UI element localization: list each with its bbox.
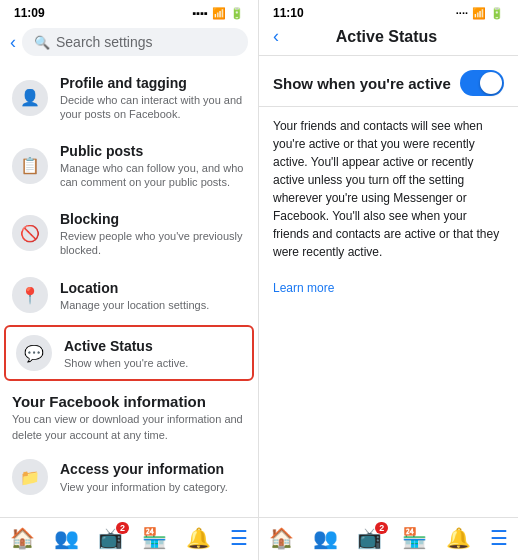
fb-info-section-title: Your Facebook information [0, 383, 258, 412]
settings-item-location[interactable]: 📍 Location Manage your location settings… [0, 267, 258, 323]
page-title: Active Status [287, 28, 486, 46]
wifi-icon-left: 📶 [212, 7, 226, 20]
time-left: 11:09 [14, 6, 45, 20]
nav-watch-right[interactable]: 📺 2 [357, 526, 382, 550]
blocking-desc: Review people who you've previously bloc… [60, 229, 246, 258]
time-right: 11:10 [273, 6, 304, 20]
nav-marketplace-right[interactable]: 🏪 [402, 526, 427, 550]
access-info-title: Access your information [60, 460, 246, 478]
search-icon: 🔍 [34, 35, 50, 50]
location-text: Location Manage your location settings. [60, 279, 246, 312]
public-posts-icon: 📋 [12, 148, 48, 184]
show-active-label: Show when you're active [273, 75, 451, 92]
search-label: Search settings [56, 34, 153, 50]
left-panel: 11:09 ▪▪▪▪ 📶 🔋 ‹ 🔍 Search settings 👤 Pro… [0, 0, 259, 560]
toggle-knob [480, 72, 502, 94]
status-bar-right: 11:10 ···· 📶 🔋 [259, 0, 518, 20]
settings-item-access-info[interactable]: 📁 Access your information View your info… [0, 449, 258, 505]
back-button-left[interactable]: ‹ [10, 32, 16, 53]
settings-item-public-posts[interactable]: 📋 Public posts Manage who can follow you… [0, 132, 258, 200]
nav-notifications-right[interactable]: 🔔 [446, 526, 471, 550]
location-desc: Manage your location settings. [60, 298, 246, 312]
show-active-section: Show when you're active [259, 56, 518, 107]
blocking-icon: 🚫 [12, 215, 48, 251]
nav-friends-left[interactable]: 👥 [54, 526, 79, 550]
battery-icon-left: 🔋 [230, 7, 244, 20]
right-panel: 11:10 ···· 📶 🔋 ‹ Active Status Show when… [259, 0, 518, 560]
active-status-text: Active Status Show when you're active. [64, 337, 242, 370]
signal-dots-right: ···· [456, 7, 468, 19]
blocking-title: Blocking [60, 210, 246, 228]
nav-menu-right[interactable]: ☰ [490, 526, 508, 550]
settings-item-profile[interactable]: 👤 Profile and tagging Decide who can int… [0, 64, 258, 132]
public-posts-title: Public posts [60, 142, 246, 160]
settings-item-blocking[interactable]: 🚫 Blocking Review people who you've prev… [0, 200, 258, 268]
public-posts-desc: Manage who can follow you, and who can c… [60, 161, 246, 190]
search-bar-row: ‹ 🔍 Search settings [0, 24, 258, 64]
active-status-toggle[interactable] [460, 70, 504, 96]
nav-watch-badge-left: 2 [116, 522, 129, 534]
bottom-nav-right: 🏠 👥 📺 2 🏪 🔔 ☰ [259, 517, 518, 560]
nav-notifications-left[interactable]: 🔔 [186, 526, 211, 550]
nav-home-right[interactable]: 🏠 [269, 526, 294, 550]
access-info-text: Access your information View your inform… [60, 460, 246, 493]
right-header: ‹ Active Status [259, 20, 518, 56]
active-status-description: Your friends and contacts will see when … [259, 107, 518, 307]
nav-watch-left[interactable]: 📺 2 [98, 526, 123, 550]
profile-icon: 👤 [12, 80, 48, 116]
active-status-title: Active Status [64, 337, 242, 355]
settings-item-activity-log[interactable]: 📄 Activity log View and manage your info… [0, 505, 258, 517]
bottom-nav-left: 🏠 👥 📺 2 🏪 🔔 ☰ [0, 517, 258, 560]
back-button-right[interactable]: ‹ [273, 26, 279, 47]
nav-marketplace-left[interactable]: 🏪 [142, 526, 167, 550]
public-posts-text: Public posts Manage who can follow you, … [60, 142, 246, 190]
signal-icon-left: ▪▪▪▪ [192, 7, 208, 19]
nav-menu-left[interactable]: ☰ [230, 526, 248, 550]
location-title: Location [60, 279, 246, 297]
battery-icon-right: 🔋 [490, 7, 504, 20]
settings-item-active-status[interactable]: 💬 Active Status Show when you're active. [4, 325, 254, 381]
nav-friends-right[interactable]: 👥 [313, 526, 338, 550]
blocking-text: Blocking Review people who you've previo… [60, 210, 246, 258]
search-bar[interactable]: 🔍 Search settings [22, 28, 248, 56]
profile-desc: Decide who can interact with you and you… [60, 93, 246, 122]
nav-home-left[interactable]: 🏠 [10, 526, 35, 550]
access-info-desc: View your information by category. [60, 480, 246, 494]
access-info-icon: 📁 [12, 459, 48, 495]
learn-more-link[interactable]: Learn more [273, 281, 334, 295]
active-status-desc-left: Show when you're active. [64, 356, 242, 370]
wifi-icon-right: 📶 [472, 7, 486, 20]
profile-text: Profile and tagging Decide who can inter… [60, 74, 246, 122]
nav-watch-badge-right: 2 [375, 522, 388, 534]
active-status-icon: 💬 [16, 335, 52, 371]
desc-text: Your friends and contacts will see when … [273, 119, 499, 259]
settings-list: 👤 Profile and tagging Decide who can int… [0, 64, 258, 517]
status-bar-left: 11:09 ▪▪▪▪ 📶 🔋 [0, 0, 258, 24]
fb-info-section-desc: You can view or download your informatio… [0, 412, 258, 449]
profile-title: Profile and tagging [60, 74, 246, 92]
location-icon: 📍 [12, 277, 48, 313]
